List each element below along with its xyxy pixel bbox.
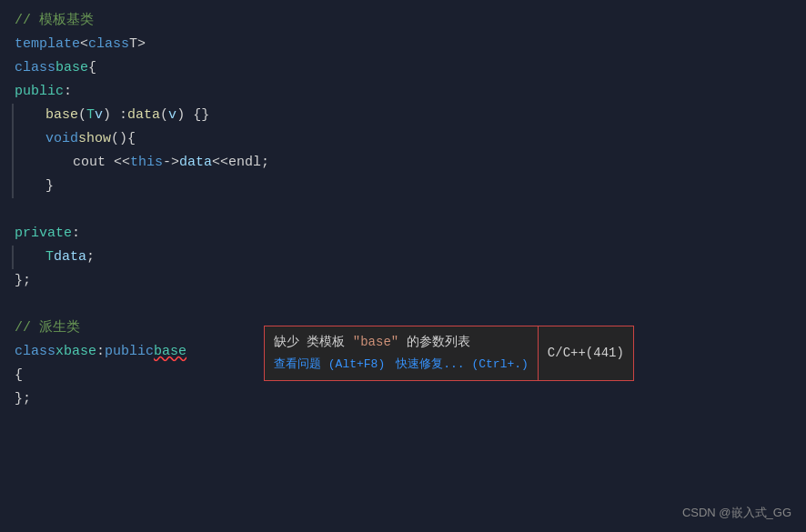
code-editor: // 模板基类 template < class T> class base {… (0, 0, 806, 532)
code-line-8: } (0, 175, 806, 198)
access-private: private (15, 223, 72, 245)
indent-bar (12, 151, 14, 175)
error-tooltip: 缺少 类模板 "base" 的参数列表 查看问题 (Alt+F8) 快速修复..… (264, 326, 634, 381)
error-message: 缺少 类模板 "base" 的参数列表 (274, 332, 529, 352)
access-specifier: public (15, 81, 64, 103)
keyword-void: void (45, 128, 78, 150)
code-line-5: base ( T v ) : data ( v ) {} (0, 104, 806, 127)
indent-bar (12, 175, 14, 198)
comment-derived: // 派生类 (15, 317, 80, 339)
indent-bar (12, 104, 14, 127)
indent-bar (12, 246, 14, 269)
code-line-10: private : (0, 222, 806, 246)
keyword-class: class (15, 57, 55, 79)
type-T: T (86, 105, 95, 126)
error-actions: 查看问题 (Alt+F8) 快速修复... (Ctrl+.) (274, 356, 529, 375)
error-code-badge: C/C++(441) (539, 326, 634, 381)
quick-fix-link[interactable]: 快速修复... (Ctrl+.) (396, 356, 529, 375)
keyword-template: template (15, 34, 80, 55)
code-line-17: }; (0, 387, 806, 411)
code-line-7: cout << this -> data << endl; (0, 151, 806, 175)
view-problem-link[interactable]: 查看问题 (Alt+F8) (274, 356, 385, 375)
code-line-13 (0, 293, 806, 316)
watermark: CSDN @嵌入式_GG (682, 504, 791, 523)
code-line-12: }; (0, 269, 806, 293)
class-name-base: base (55, 57, 88, 79)
code-line-2: template < class T> (0, 33, 806, 56)
code-line-11: T data ; (0, 246, 806, 269)
comment-text: // 模板基类 (15, 10, 94, 32)
func-show: show (78, 128, 111, 150)
indent-bar (12, 127, 14, 151)
code-line-6: void show (){ (0, 127, 806, 151)
error-box: 缺少 类模板 "base" 的参数列表 查看问题 (Alt+F8) 快速修复..… (264, 326, 539, 381)
error-token-base: base (154, 341, 186, 363)
code-line-9 (0, 198, 806, 222)
code-line-3: class base { (0, 56, 806, 80)
func-constructor: base (45, 105, 78, 126)
code-line-4: public : (0, 80, 806, 104)
code-line-1: // 模板基类 (0, 9, 806, 33)
